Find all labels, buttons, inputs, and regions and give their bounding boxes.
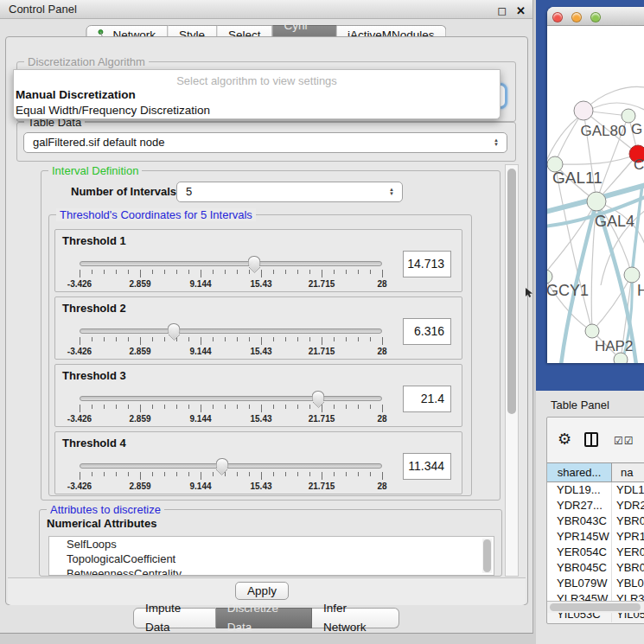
- slider-thumb[interactable]: [167, 323, 180, 334]
- threshold-row: Threshold 4-3.4262.8599.14415.4321.71528…: [54, 431, 462, 494]
- settings-vertical-scrollbar[interactable]: [505, 164, 519, 577]
- apply-button[interactable]: Apply: [235, 582, 289, 600]
- table-horizontal-scrollbar[interactable]: [547, 601, 644, 613]
- network-node[interactable]: [624, 267, 640, 283]
- shared-name-cell[interactable]: YER054C: [547, 545, 612, 560]
- name-cell[interactable]: YBR043C: [612, 513, 644, 529]
- table-row[interactable]: YBR043CYBR043C: [547, 513, 644, 529]
- attribute-item[interactable]: BetweennessCentrality: [49, 566, 494, 576]
- network-view-window: GAL80GCGAL11GAL4GCY1HHAP2: [547, 7, 644, 363]
- name-cell[interactable]: YER054C: [612, 545, 644, 560]
- shared-name-cell[interactable]: YBL079W: [547, 576, 612, 591]
- threshold-value-field[interactable]: 11.344: [403, 453, 451, 480]
- shared-name-cell[interactable]: YBR045C: [547, 560, 612, 576]
- slider-thumb[interactable]: [215, 458, 228, 469]
- table-row[interactable]: YER054CYER054C: [547, 545, 644, 560]
- table-row[interactable]: YBL079WYBL079W: [547, 576, 644, 591]
- slider-track[interactable]: [80, 261, 382, 266]
- column-header-name[interactable]: na: [612, 463, 644, 481]
- threshold-row: Threshold 2-3.4262.8599.14415.4321.71528…: [54, 296, 462, 360]
- name-cell[interactable]: YBL079W: [612, 576, 644, 591]
- control-panel-titlebar[interactable]: Control Panel ◻ ✕: [0, 0, 532, 19]
- gear-icon[interactable]: ⚙: [558, 430, 571, 449]
- tab-label: Impute Data: [145, 599, 204, 637]
- slider-track[interactable]: [80, 328, 382, 334]
- network-canvas[interactable]: GAL80GCGAL11GAL4GCY1HHAP2: [547, 26, 644, 363]
- network-edge-highlighted[interactable]: [632, 185, 642, 275]
- node-label: C: [634, 156, 644, 173]
- window-title: Control Panel: [9, 3, 77, 16]
- node-label: GAL4: [595, 213, 634, 230]
- algorithm-option-manual-discretization[interactable]: Manual Discretization: [14, 87, 500, 103]
- tab-impute-data[interactable]: Impute Data: [133, 608, 216, 628]
- attributes-group-title: Attributes to discretize: [47, 503, 164, 516]
- attribute-item[interactable]: SelfLoops: [49, 537, 494, 552]
- table-panel-title: Table Panel: [551, 399, 609, 411]
- algorithm-dropdown-popup: Select algorithm to view settings Manual…: [13, 69, 501, 119]
- name-cell[interactable]: YBR045C: [612, 560, 644, 576]
- network-window-frame: GAL80GCGAL11GAL4GCY1HHAP2: [536, 0, 644, 391]
- interval-definition-group-title: Interval Definition: [48, 164, 142, 177]
- network-window-titlebar[interactable]: [547, 7, 644, 26]
- thresholds-group-title: Threshold's Coordinates for 5 Intervals: [56, 208, 256, 221]
- name-cell[interactable]: YDL19...: [612, 482, 644, 498]
- node-label: GAL80: [581, 123, 627, 139]
- split-view-icon[interactable]: [584, 432, 598, 447]
- threshold-label: Threshold 3: [62, 369, 126, 382]
- shared-name-cell[interactable]: YDL19...: [547, 482, 612, 498]
- slider-track[interactable]: [80, 396, 382, 401]
- table-data-combobox[interactable]: galFiltered.sif default node ▲▼: [23, 132, 507, 153]
- interval-definition-groupbox: Interval Definition Number of Intervals …: [41, 170, 501, 501]
- number-of-intervals-combobox[interactable]: 5 ▲▼: [176, 182, 403, 202]
- threshold-value-field[interactable]: 21.4: [403, 386, 451, 412]
- close-traffic-light[interactable]: [552, 12, 563, 22]
- tab-infer-network[interactable]: Infer Network: [312, 608, 399, 628]
- table-row[interactable]: YPR145WYPR145W: [547, 529, 644, 545]
- network-edge[interactable]: [555, 154, 638, 164]
- threshold-label: Threshold 4: [62, 437, 126, 450]
- network-node[interactable]: [574, 101, 593, 120]
- slider-track[interactable]: [80, 463, 382, 469]
- zoom-traffic-light[interactable]: [590, 12, 601, 22]
- slider-scale-labels: -3.4262.8599.14415.4321.71528: [80, 347, 382, 357]
- threshold-value-field[interactable]: 14.713: [403, 251, 451, 277]
- numerical-attributes-list[interactable]: SelfLoopsTopologicalCoefficientBetweenne…: [48, 536, 494, 576]
- attribute-item[interactable]: TopologicalCoefficient: [49, 552, 494, 566]
- select-columns-icon[interactable]: ☑☑: [614, 435, 634, 447]
- table-row[interactable]: YDL19...YDL19...: [547, 482, 644, 498]
- slider-ticks: [80, 405, 382, 413]
- slider-thumb[interactable]: [311, 391, 324, 401]
- slider-ticks: [80, 337, 382, 346]
- network-node[interactable]: [587, 192, 606, 211]
- threshold-row: Threshold 3-3.4262.8599.14415.4321.71528…: [54, 364, 462, 427]
- shared-name-cell[interactable]: YPR145W: [547, 529, 612, 545]
- network-node[interactable]: [585, 324, 599, 338]
- slider-scale-labels: -3.4262.8599.14415.4321.71528: [80, 279, 382, 290]
- shared-name-cell[interactable]: YBR043C: [547, 513, 612, 529]
- algorithm-popup-hint: Select algorithm to view settings: [14, 70, 500, 87]
- slider-scale-labels: -3.4262.8599.14415.4321.71528: [80, 481, 382, 492]
- name-cell[interactable]: YPR145W: [612, 529, 644, 545]
- close-window-icon[interactable]: ✕: [516, 2, 526, 20]
- algorithm-option-equal-width-frequency-discretization[interactable]: Equal Width/Frequency Discretization: [14, 103, 500, 118]
- table-row[interactable]: YDR27...YDR27...: [547, 498, 644, 513]
- table-toolbar: ⚙ ☑☑: [547, 418, 644, 462]
- table-row[interactable]: YBR045CYBR045C: [547, 560, 644, 576]
- float-window-icon[interactable]: ◻: [497, 2, 507, 20]
- minimize-traffic-light[interactable]: [571, 12, 582, 22]
- table-header-row[interactable]: shared... na: [547, 462, 644, 482]
- slider-thumb[interactable]: [247, 256, 260, 266]
- node-label: GAL11: [552, 169, 603, 187]
- threshold-value-field[interactable]: 6.316: [403, 318, 451, 345]
- shared-name-cell[interactable]: YDR27...: [547, 498, 612, 513]
- attributes-list-scrollbar[interactable]: [482, 539, 492, 573]
- node-table: ⚙ ☑☑ shared... na YDL19...YDL19...YDR27.…: [546, 417, 644, 624]
- threshold-slider: -3.4262.8599.14415.4321.71528: [80, 391, 382, 427]
- table-panel: Table Panel ⚙ ☑☑ shared... na YDL19...YD…: [536, 391, 644, 644]
- name-cell[interactable]: YDR27...: [612, 498, 644, 513]
- table-rows: YDL19...YDL19...YDR27...YDR27...YBR043CY…: [547, 482, 644, 603]
- tab-discretize-data[interactable]: Discretize Data: [216, 608, 312, 628]
- table-data-selected-value: galFiltered.sif default node: [33, 136, 164, 149]
- column-header-shared-name[interactable]: shared...: [547, 463, 612, 481]
- combo-spinner-icon: ▲▼: [494, 138, 499, 147]
